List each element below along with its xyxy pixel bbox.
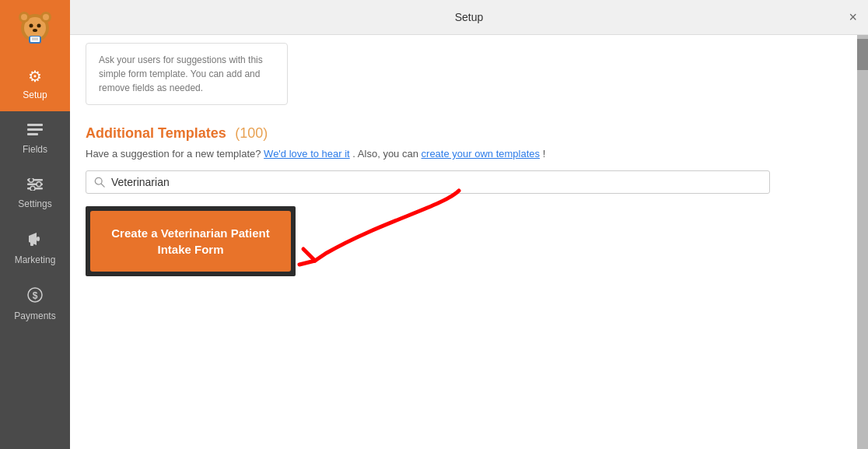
sidebar-item-setup[interactable]: ⚙ Setup xyxy=(0,56,70,111)
sidebar-item-payments[interactable]: $ Payments xyxy=(0,276,70,332)
svg-rect-15 xyxy=(27,133,38,135)
svg-rect-24 xyxy=(30,242,33,246)
card-description: Ask your users for suggestions with this… xyxy=(99,53,275,95)
svg-line-28 xyxy=(101,184,104,187)
sidebar-item-setup-label: Setup xyxy=(23,89,47,100)
additional-templates-heading: Additional Templates (100) xyxy=(86,124,842,142)
sidebar-logo xyxy=(0,0,70,56)
svg-rect-23 xyxy=(37,237,40,241)
sidebar-item-payments-label: Payments xyxy=(14,310,55,321)
svg-point-20 xyxy=(37,182,41,187)
scrollbar-thumb[interactable] xyxy=(857,39,868,70)
template-count: (100) xyxy=(235,125,268,141)
sidebar-item-settings-label: Settings xyxy=(18,198,51,209)
bear-logo-icon xyxy=(15,8,55,48)
setup-icon: ⚙ xyxy=(28,67,42,86)
content-area: Ask your users for suggestions with this… xyxy=(70,35,857,449)
search-box xyxy=(86,170,770,194)
svg-point-5 xyxy=(43,14,49,20)
marketing-icon xyxy=(27,231,43,251)
love-to-hear-link[interactable]: We'd love to hear it xyxy=(264,148,350,160)
svg-point-6 xyxy=(30,24,33,28)
sidebar-item-settings[interactable]: Settings xyxy=(0,166,70,220)
svg-point-19 xyxy=(29,178,33,182)
sidebar-item-marketing-label: Marketing xyxy=(15,254,56,265)
scrollbar-track[interactable] xyxy=(857,35,868,449)
svg-point-8 xyxy=(33,29,37,32)
search-input[interactable] xyxy=(111,176,761,188)
svg-point-7 xyxy=(37,24,41,28)
search-icon xyxy=(94,177,105,188)
svg-point-21 xyxy=(30,186,35,191)
main-area: Setup × Ask your users for suggestions w… xyxy=(70,0,868,449)
header-title: Setup xyxy=(455,11,484,23)
create-veterinarian-form-button[interactable]: Create a Veterinarian Patient Intake For… xyxy=(90,211,291,272)
result-card: Create a Veterinarian Patient Intake For… xyxy=(86,206,296,276)
sidebar-item-fields[interactable]: Fields xyxy=(0,111,70,166)
payments-icon: $ xyxy=(27,287,43,307)
sidebar-item-fields-label: Fields xyxy=(23,144,47,155)
section-subtext: Have a suggestion for a new template? We… xyxy=(86,148,842,160)
svg-rect-14 xyxy=(27,128,43,131)
create-own-templates-link[interactable]: create your own templates xyxy=(422,148,540,160)
fields-icon xyxy=(27,122,43,140)
sidebar-item-marketing[interactable]: Marketing xyxy=(0,220,70,276)
settings-icon xyxy=(27,177,43,195)
sidebar: ⚙ Setup Fields Settings xyxy=(0,0,70,449)
template-card-partial: Ask your users for suggestions with this… xyxy=(86,43,288,105)
header: Setup × xyxy=(70,0,868,35)
result-area: Create a Veterinarian Patient Intake For… xyxy=(86,206,296,276)
svg-point-4 xyxy=(21,14,27,20)
svg-text:$: $ xyxy=(33,290,38,301)
svg-rect-13 xyxy=(27,124,43,126)
close-button[interactable]: × xyxy=(849,9,857,26)
